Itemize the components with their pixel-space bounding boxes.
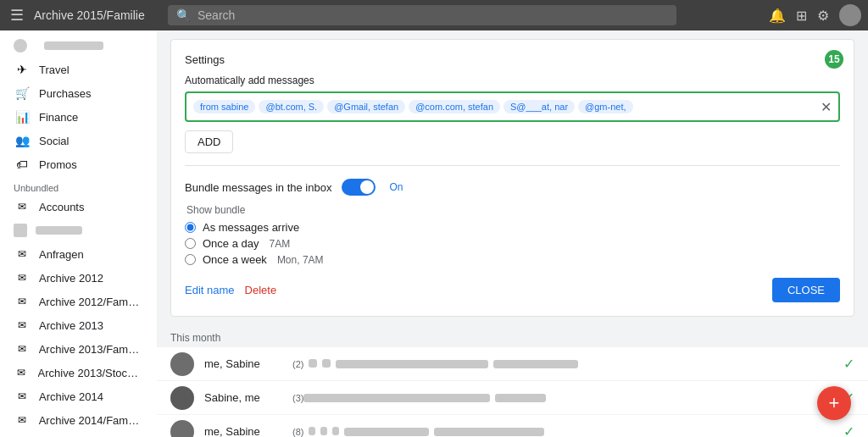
sidebar-item-archive2014familie[interactable]: ✉ Archive 2014/Familie xyxy=(0,408,150,432)
archive2013stockh-icon: ✉ xyxy=(14,364,30,381)
radio-once-a-week-input[interactable] xyxy=(185,254,196,265)
auto-add-label: Automatically add messages xyxy=(185,75,840,86)
email-section-label: This month xyxy=(157,325,868,347)
radio-once-a-week-sub: Mon, 7AM xyxy=(277,254,324,266)
topbar: ☰ Archive 2015/Familie 🔍 🔔 ⊞ ⚙ xyxy=(0,0,868,30)
delete-link[interactable]: Delete xyxy=(245,284,277,296)
bundle-toggle[interactable] xyxy=(342,179,376,196)
sidebar-item-archive2013[interactable]: ✉ Archive 2013 xyxy=(0,313,150,337)
sidebar-item-archive2015[interactable]: ✉ Archive 2015 xyxy=(0,432,150,437)
icon-blurred xyxy=(322,359,331,368)
table-row[interactable]: me, Sabine (2) ✓ xyxy=(157,347,868,381)
subject-blurred xyxy=(303,394,490,402)
sidebar-label-finance: Finance xyxy=(39,111,78,124)
radio-once-a-week[interactable]: Once a week Mon, 7AM xyxy=(185,253,840,266)
sidebar-label-archive2012: Archive 2012 xyxy=(39,272,103,285)
archive2014familie-icon: ✉ xyxy=(14,412,31,429)
search-icon: 🔍 xyxy=(176,8,191,22)
blurred-label xyxy=(44,41,103,50)
table-row[interactable]: Sabine, me (3) ✓ xyxy=(157,381,868,415)
archive2013familie-icon: ✉ xyxy=(14,340,31,357)
settings-icon[interactable]: ⚙ xyxy=(817,8,829,24)
radio-once-a-day[interactable]: Once a day 7AM xyxy=(185,237,840,250)
email-count-0: (2) xyxy=(292,359,303,369)
table-row[interactable]: me, Sabine (8) ✓ xyxy=(157,415,868,437)
icon-blurred xyxy=(320,427,327,435)
social-icon: 👥 xyxy=(14,132,31,149)
sidebar-item-travel[interactable]: ✈ Travel xyxy=(0,58,150,81)
radio-as-messages-arrive-input[interactable] xyxy=(185,222,196,233)
finance-icon: 📊 xyxy=(14,108,31,125)
filter-tags-clear-icon[interactable]: ✕ xyxy=(821,99,832,115)
check-icon-2: ✓ xyxy=(843,423,854,437)
sidebar-item-promos[interactable]: 🏷 Promos xyxy=(0,152,150,176)
email-list: This month me, Sabine (2) ✓ Sabin xyxy=(157,325,868,437)
topbar-right-icons: 🔔 ⊞ ⚙ xyxy=(769,4,861,26)
archive2012familie-icon: ✉ xyxy=(14,293,31,310)
email-content-1 xyxy=(303,394,837,402)
sidebar-item-anfragen[interactable]: ✉ Anfragen xyxy=(0,242,150,266)
sidebar-section-unbundled: Unbundled xyxy=(0,176,157,195)
snippet-blurred xyxy=(495,394,546,402)
add-button[interactable]: ADD xyxy=(185,130,233,153)
avatar[interactable] xyxy=(839,4,861,26)
radio-once-a-day-input[interactable] xyxy=(185,238,196,249)
search-bar: 🔍 xyxy=(168,5,676,25)
radio-once-a-day-sub: 7AM xyxy=(270,238,291,250)
check-icon-0: ✓ xyxy=(843,356,854,372)
snippet-blurred xyxy=(493,360,578,368)
filter-tag-2[interactable]: @Gmail, stefan xyxy=(327,100,405,113)
sidebar-item-archive2013familie[interactable]: ✉ Archive 2013/Familie xyxy=(0,337,150,361)
sidebar-item-social[interactable]: 👥 Social xyxy=(0,129,150,152)
icon-blurred xyxy=(332,427,339,435)
accounts-icon: ✉ xyxy=(14,198,31,215)
filter-tag-4[interactable]: S@___at, nar xyxy=(504,100,575,113)
sidebar-item-archive2013stockh[interactable]: ✉ Archive 2013/Stockh... xyxy=(0,361,150,384)
filter-tag-3[interactable]: @com.com, stefan xyxy=(409,100,500,113)
notification-icon[interactable]: 🔔 xyxy=(769,8,786,24)
blurred-label-2 xyxy=(36,226,82,235)
sidebar-label-social: Social xyxy=(39,135,69,147)
sidebar-label-anfragen: Anfragen xyxy=(39,248,84,261)
settings-panel: Settings 15 Automatically add messages f… xyxy=(170,39,854,317)
settings-title: Settings xyxy=(185,53,840,66)
edit-name-link[interactable]: Edit name xyxy=(185,284,235,296)
search-input[interactable] xyxy=(198,8,668,22)
sidebar-item-archive2012familie[interactable]: ✉ Archive 2012/Familie xyxy=(0,290,150,313)
email-sender-1: Sabine, me xyxy=(204,391,289,404)
close-button[interactable]: CLOSE xyxy=(772,278,840,302)
settings-actions: Edit name Delete CLOSE xyxy=(185,278,840,302)
email-icons-0 xyxy=(309,357,331,370)
sidebar-item-blurred-top[interactable] xyxy=(0,34,157,58)
email-content-0 xyxy=(336,360,837,368)
compose-fab[interactable]: + xyxy=(817,386,851,420)
sidebar-item-purchases[interactable]: 🛒 Purchases xyxy=(0,81,150,105)
sidebar-item-accounts[interactable]: ✉ Accounts xyxy=(0,195,150,218)
sidebar-label-promos: Promos xyxy=(39,158,77,171)
sidebar-item-archive2014[interactable]: ✉ Archive 2014 xyxy=(0,384,150,408)
sidebar-label-archive2014: Archive 2014 xyxy=(39,390,103,403)
promos-icon: 🏷 xyxy=(14,156,31,173)
content-area: Settings 15 Automatically add messages f… xyxy=(157,30,868,437)
archive2013-icon: ✉ xyxy=(14,317,31,334)
sidebar-label-archive2013: Archive 2013 xyxy=(39,319,103,332)
sidebar-item-archive2012[interactable]: ✉ Archive 2012 xyxy=(0,266,150,290)
blurred-icon-2 xyxy=(14,224,27,237)
bundle-label: Bundle messages in the inbox xyxy=(185,181,331,194)
radio-as-messages-arrive-label: As messages arrive xyxy=(203,221,299,234)
sidebar-label-archive2013familie: Archive 2013/Familie xyxy=(39,343,140,356)
filter-tag-0[interactable]: from sabine xyxy=(193,100,255,113)
radio-as-messages-arrive[interactable]: As messages arrive xyxy=(185,221,840,234)
sidebar: ✈ Travel 🛒 Purchases 📊 Finance 👥 Social … xyxy=(0,30,157,437)
sidebar-item-blurred-2[interactable] xyxy=(0,218,157,242)
travel-icon: ✈ xyxy=(14,61,31,78)
filter-tag-5[interactable]: @gm-net, xyxy=(578,100,632,113)
menu-icon[interactable]: ☰ xyxy=(7,3,27,28)
sidebar-label-archive2013stockh: Archive 2013/Stockh... xyxy=(38,367,140,379)
bundle-row: Bundle messages in the inbox On xyxy=(185,179,840,196)
sidebar-item-finance[interactable]: 📊 Finance xyxy=(0,105,150,129)
filter-tag-1[interactable]: @bt.com, S. xyxy=(259,100,324,113)
radio-once-a-day-label: Once a day xyxy=(203,237,259,250)
avatar-2 xyxy=(170,420,194,438)
apps-icon[interactable]: ⊞ xyxy=(796,8,807,24)
